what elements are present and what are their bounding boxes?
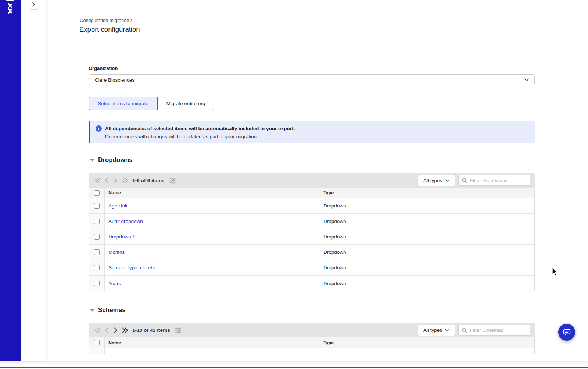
item-name-link[interactable]: Years bbox=[108, 281, 121, 286]
chevrons-left-icon bbox=[94, 327, 101, 333]
table-row: YearsDropdown bbox=[89, 276, 534, 291]
select-all-checkbox[interactable] bbox=[94, 190, 100, 196]
item-name-link[interactable]: Dropdown 1 bbox=[108, 234, 135, 240]
type-filter-dropdown[interactable]: All types bbox=[418, 175, 455, 186]
caret-down-icon[interactable] bbox=[90, 309, 94, 312]
first-page-button[interactable] bbox=[94, 177, 101, 184]
chevron-right-icon bbox=[32, 2, 35, 7]
section-header-schemas: Schemas bbox=[90, 306, 126, 314]
schemas-table-toolbar: 1-10 of 42 items All types bbox=[89, 323, 535, 337]
item-type: Dropdown bbox=[318, 229, 534, 244]
dropdowns-table: Name Type Age UnitDropdownAudit dropdown… bbox=[89, 188, 535, 291]
item-name-cell: Years bbox=[105, 276, 318, 291]
previous-page-button[interactable] bbox=[103, 177, 110, 184]
sliders-icon[interactable] bbox=[169, 177, 176, 184]
dropdowns-table-toolbar: 1-6 of 6 items All types bbox=[89, 173, 535, 188]
tab-select-items-to-migrate[interactable]: Select items to migrate bbox=[89, 97, 158, 110]
item-name-link[interactable]: Age Unit bbox=[108, 203, 128, 209]
tab-migrate-entire-org[interactable]: Migrate entire org bbox=[158, 97, 214, 110]
table-row bbox=[89, 348, 534, 354]
column-header-type: Type bbox=[318, 188, 534, 198]
row-checkbox[interactable] bbox=[94, 249, 100, 255]
item-name-cell: Months bbox=[105, 245, 318, 260]
table-header-row: Name Type bbox=[89, 188, 534, 198]
chevrons-right-icon bbox=[122, 327, 128, 333]
previous-page-button[interactable] bbox=[103, 327, 110, 334]
row-checkbox[interactable] bbox=[94, 203, 100, 209]
next-page-button[interactable] bbox=[112, 177, 119, 184]
filter-search-box bbox=[458, 175, 530, 186]
last-page-button[interactable] bbox=[122, 327, 128, 334]
first-page-button[interactable] bbox=[94, 327, 101, 334]
row-checkbox[interactable] bbox=[94, 265, 100, 270]
pagination-range-label: 1-6 of 6 items bbox=[132, 178, 165, 183]
next-page-button[interactable] bbox=[112, 327, 119, 334]
column-header-type: Type bbox=[318, 337, 534, 348]
column-header-name: Name bbox=[105, 188, 318, 198]
search-icon bbox=[462, 327, 467, 333]
filter-dropdowns-input[interactable] bbox=[470, 178, 527, 183]
migration-mode-tabs: Select items to migrate Migrate entire o… bbox=[89, 97, 214, 110]
row-checkbox[interactable] bbox=[94, 234, 100, 240]
chevron-right-icon bbox=[114, 327, 118, 333]
chat-bubble-icon bbox=[562, 328, 571, 337]
column-header-name: Name bbox=[105, 337, 318, 348]
item-type: Dropdown bbox=[318, 245, 534, 260]
item-name-cell: Audit dropdown bbox=[105, 214, 318, 229]
chat-support-button[interactable] bbox=[558, 324, 575, 341]
item-type: Dropdown bbox=[318, 214, 534, 229]
row-checkbox[interactable] bbox=[94, 354, 100, 355]
page-title: Export configuration bbox=[79, 25, 140, 33]
sliders-icon[interactable] bbox=[175, 327, 182, 334]
table-row: Age UnitDropdown bbox=[89, 198, 534, 214]
chevron-left-icon bbox=[105, 327, 108, 333]
item-name-cell: Sample Type_clarebio bbox=[105, 260, 318, 275]
row-checkbox-cell bbox=[89, 198, 105, 213]
row-checkbox-cell bbox=[89, 260, 105, 275]
organization-select[interactable]: Clare Biosciences bbox=[89, 74, 535, 85]
filter-schemas-input[interactable] bbox=[470, 327, 527, 333]
row-checkbox[interactable] bbox=[94, 219, 100, 224]
table-row: Dropdown 1Dropdown bbox=[89, 229, 534, 245]
dna-icon bbox=[6, 0, 15, 15]
tab-label: Select items to migrate bbox=[98, 101, 148, 106]
expand-sidebar-button[interactable] bbox=[28, 0, 39, 10]
pagination-range-label: 1-10 of 42 items bbox=[132, 327, 170, 333]
table-row: Sample Type_clarebioDropdown bbox=[89, 260, 534, 276]
screen: Configuration migration / Export configu… bbox=[0, 0, 588, 369]
caret-down-icon[interactable] bbox=[90, 159, 94, 162]
info-icon: i bbox=[96, 125, 102, 132]
row-checkbox-cell bbox=[89, 348, 105, 354]
row-checkbox[interactable] bbox=[94, 281, 100, 286]
schemas-table: Name Type bbox=[89, 337, 535, 354]
last-page-button[interactable] bbox=[122, 177, 128, 184]
organization-value: Clare Biosciences bbox=[95, 77, 135, 83]
chevrons-left-icon bbox=[94, 178, 101, 183]
breadcrumb[interactable]: Configuration migration / bbox=[80, 18, 132, 23]
screen-bottom-bar bbox=[0, 367, 588, 368]
chevron-left-icon bbox=[105, 178, 108, 183]
item-name-link[interactable]: Months bbox=[108, 249, 125, 255]
table-row: Audit dropdownDropdown bbox=[89, 214, 534, 229]
item-type: Dropdown bbox=[318, 276, 534, 291]
search-icon bbox=[462, 178, 467, 184]
collapsed-sidebar-panel bbox=[21, 0, 46, 361]
row-checkbox-cell bbox=[89, 276, 105, 291]
chevron-right-icon bbox=[114, 178, 118, 183]
panel-divider bbox=[21, 19, 46, 19]
section-header-dropdowns: Dropdowns bbox=[90, 156, 133, 164]
filter-search-box bbox=[458, 325, 530, 336]
item-name-cell bbox=[105, 348, 318, 354]
chevron-down-icon bbox=[445, 329, 449, 332]
table-header-row: Name Type bbox=[89, 337, 534, 348]
type-filter-dropdown[interactable]: All types bbox=[418, 325, 455, 336]
item-name-link[interactable]: Audit dropdown bbox=[108, 219, 143, 224]
row-checkbox-cell bbox=[89, 229, 105, 244]
item-name-cell: Dropdown 1 bbox=[105, 229, 318, 244]
item-name-link[interactable]: Sample Type_clarebio bbox=[108, 265, 157, 270]
info-banner: i All dependencies of selected items wil… bbox=[89, 121, 535, 143]
select-all-checkbox[interactable] bbox=[94, 340, 100, 345]
item-type: Dropdown bbox=[318, 260, 534, 275]
app-window: Configuration migration / Export configu… bbox=[0, 0, 588, 361]
item-name-cell: Age Unit bbox=[105, 198, 318, 213]
